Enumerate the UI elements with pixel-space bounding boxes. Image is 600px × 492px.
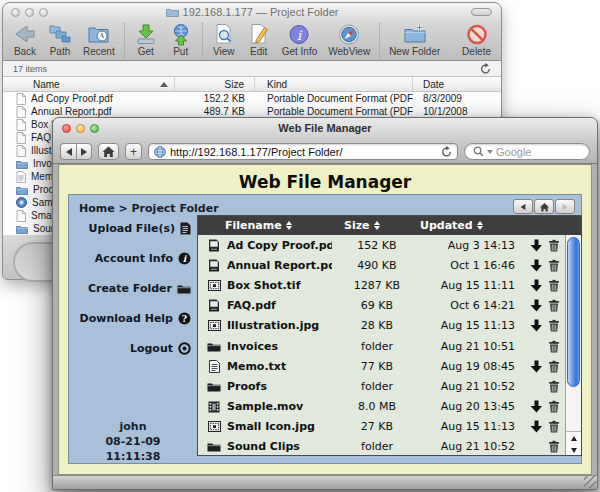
download-button[interactable] [530,299,543,312]
toolbar-back-button[interactable]: Back [13,22,37,57]
file-name: Ad Copy Proof.pdf [222,239,332,252]
scrollbar-thumb[interactable] [567,237,580,387]
toolbar-new-folder-button[interactable]: New Folder [389,22,440,57]
delete-file-button[interactable] [548,279,560,292]
session-info: john 08-21-09 11:11:38 [69,419,197,464]
toolbar-view-button[interactable]: View [212,22,236,57]
toolbar-get-button[interactable]: Get [134,22,158,57]
file-size: 28 KB [332,319,422,332]
column-header-name[interactable]: Name [3,77,175,91]
delete-file-button[interactable] [548,259,560,272]
browser-titlebar[interactable]: Web File Manager [53,118,597,139]
toolbar-put-button[interactable]: Put [169,22,193,57]
file-size: folder [332,340,422,353]
arrow-down-icon [571,448,577,453]
file-type-folder-dark-icon [206,341,222,352]
download-button[interactable] [530,420,543,433]
download-spacer [530,340,543,353]
get-icon [134,22,158,46]
toolbar-separator [379,23,380,57]
column-header-size[interactable]: Size [175,77,255,91]
download-help-link[interactable]: Download Help? [69,303,197,333]
file-type-folder-dark-icon [206,381,222,392]
toolbar-path-button[interactable]: Path [48,22,72,57]
delete-icon [465,22,489,46]
download-button[interactable] [530,360,543,373]
ftp-file-date: 8/3/2009 [413,93,501,104]
delete-file-button[interactable] [548,420,560,433]
panel-forward-button[interactable] [555,199,575,214]
file-row: Memo.txt77 KBAug 19 08:45 [198,356,565,376]
create-folder-link[interactable]: Create Folder [69,273,197,303]
download-button[interactable] [530,259,543,272]
delete-file-button[interactable] [548,360,560,373]
file-row: Ad Copy Proof.pdf152 KBAug 3 14:13 [198,235,565,255]
toolbar-get-info-button[interactable]: iGet Info [282,22,318,57]
account-info-link[interactable]: Account Infoi [69,243,197,273]
search-engine-dropdown-icon[interactable] [487,150,493,154]
back-button[interactable] [60,143,76,160]
file-size: 77 KB [332,360,422,373]
table-header-updated[interactable]: Updated [420,219,483,232]
column-header-date[interactable]: Date [413,77,501,91]
download-button[interactable] [530,279,543,292]
logout-target-icon [178,342,191,355]
delete-file-button[interactable] [548,440,560,453]
home-button[interactable] [98,143,119,160]
info-circle-icon: i [178,252,191,265]
url-field[interactable]: http://192.168.1.177/Project Folder/ [148,143,458,160]
add-bookmark-button[interactable]: + [125,143,142,160]
upload-file-s-link[interactable]: Upload File(s) [69,213,197,243]
scroll-down-button[interactable] [566,444,581,456]
back-icon [13,22,37,46]
toolbar-group: BackPathRecent [13,22,115,57]
file-updated: Oct 6 14:21 [422,299,515,312]
file-row: FAQ.pdf69 KBOct 6 14:21 [198,296,565,316]
panel-back-button[interactable] [513,199,533,214]
logout-link[interactable]: Logout [69,333,197,363]
delete-file-button[interactable] [548,239,560,252]
sidebar-link-label: Upload File(s) [89,222,175,235]
delete-file-button[interactable] [548,299,560,312]
desktop: 192.168.1.177 — Project Folder BackPathR… [0,0,600,492]
table-scrollbar[interactable] [565,235,581,455]
item-count-label: 17 items [13,64,47,74]
toolbar-recent-button[interactable]: Recent [83,22,115,57]
file-type-icon [16,132,26,144]
toolbar-edit-button[interactable]: Edit [247,22,271,57]
reload-icon[interactable] [441,146,452,158]
ftp-titlebar[interactable]: 192.168.1.177 — Project Folder [3,3,501,21]
file-actions [515,360,565,373]
download-button[interactable] [530,239,543,252]
file-table-header: Filename Size Updated [198,216,581,235]
table-header-filename[interactable]: Filename [198,219,292,232]
column-header-kind[interactable]: Kind [255,77,413,91]
download-button[interactable] [530,400,543,413]
toolbar-toggle-pill[interactable] [471,8,492,16]
delete-file-button[interactable] [548,400,560,413]
ftp-file-row[interactable]: Ad Copy Proof.pdf152.2 KBPortable Docume… [3,92,501,105]
file-row: Sample.mov8.0 MBAug 20 13:45 [198,397,565,417]
file-actions [515,420,565,433]
file-actions [515,380,565,393]
table-header-size[interactable]: Size [344,219,380,232]
question-circle-icon: ? [178,312,191,325]
url-text: http://192.168.1.177/Project Folder/ [170,146,437,158]
file-type-icon [16,159,28,169]
file-actions [515,319,565,332]
ftp-file-name-cell: Ad Copy Proof.pdf [3,93,175,105]
panel-home-button[interactable] [534,199,554,214]
delete-file-button[interactable] [548,319,560,332]
delete-file-button[interactable] [548,340,560,353]
file-type-pdf-icon [206,299,222,312]
delete-file-button[interactable] [548,380,560,393]
resize-grip[interactable] [584,476,596,488]
forward-button[interactable] [76,143,92,160]
toolbar-delete-button[interactable]: Delete [462,22,491,57]
download-button[interactable] [530,319,543,332]
toolbar-webview-button[interactable]: WebView [328,22,370,57]
refresh-icon[interactable] [480,63,491,75]
toolbar-group: New Folder [389,22,440,57]
search-field[interactable]: Google [464,143,590,160]
scroll-up-button[interactable] [566,432,581,444]
